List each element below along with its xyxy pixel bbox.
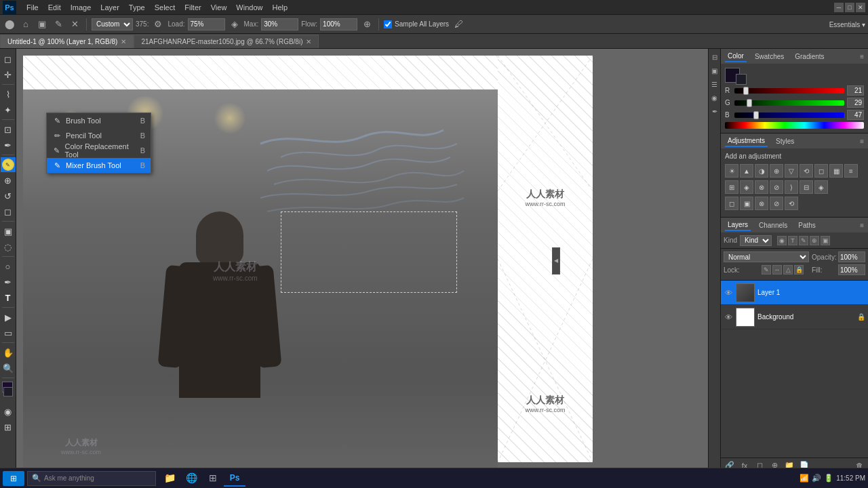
background-color[interactable] [3,387,13,396]
blend-mode-select[interactable]: Normal Multiply Screen Overlay [724,251,809,262]
taskbar-explorer[interactable]: 📁 [159,470,180,487]
taskbar-browser[interactable]: 🌐 [180,470,202,487]
spectrum-bar[interactable] [725,122,864,129]
tab-paths[interactable]: Paths [795,220,818,230]
adj-brightness[interactable]: ☀ [725,164,738,178]
tool-gradient[interactable]: ▣ [1,224,16,239]
menu-edit[interactable]: Edit [43,2,66,13]
brush-toggle1[interactable]: ▣ [35,18,49,31]
edge-adjustments[interactable]: ▣ [709,65,720,76]
tab-adjustments[interactable]: Adjustments [725,136,768,147]
adj-channel-mixer[interactable]: ⊞ [725,180,738,194]
sample-icon[interactable]: 🖊 [452,18,465,31]
filter-icon5[interactable]: ▣ [821,236,830,245]
background-visibility[interactable]: 👁 [724,312,733,322]
g-slider[interactable] [734,100,844,106]
tab-color[interactable]: Color [725,51,747,62]
adj-curves[interactable]: ◑ [755,164,768,178]
tool-screen-mode[interactable]: ⊞ [1,420,16,434]
lock-transparent[interactable]: ✎ [762,265,771,274]
tool-eyedropper[interactable]: ✒ [1,138,16,152]
tool-blur[interactable]: ◌ [1,239,16,254]
tab-untitled[interactable]: Untitled-1 @ 100% (Layer 1, RGB/8) ✕ [0,35,134,48]
adj-levels[interactable]: ▲ [740,164,753,178]
color-swatches[interactable] [1,382,16,402]
adj-extra2[interactable]: ▣ [740,197,753,210]
close-button[interactable]: ✕ [856,3,865,12]
tab-channels[interactable]: Channels [756,220,790,230]
r-slider[interactable] [734,88,844,94]
menu-select[interactable]: Select [150,2,180,13]
filter-icon2[interactable]: T [788,236,797,245]
ctx-mixer-brush[interactable]: ✎ Mixer Brush Tool B [47,158,151,173]
background-swatch[interactable] [736,74,747,85]
tool-pen[interactable]: ✒ [1,274,16,289]
adj-extra4[interactable]: ⊘ [770,197,783,210]
tool-hand[interactable]: ✋ [1,345,16,360]
color-panel-menu[interactable]: ≡ [860,53,864,60]
brush-options-icon[interactable]: ⬤ [3,18,16,31]
b-slider[interactable] [734,113,844,118]
lock-all[interactable]: 🔒 [794,265,804,274]
menu-window[interactable]: Window [231,2,267,13]
adj-extra5[interactable]: ⟲ [785,197,798,210]
layers-panel-menu[interactable]: ≡ [860,222,864,229]
collapse-right-panel[interactable]: ◀ [552,247,560,274]
filter-icon4[interactable]: ⊕ [810,236,819,245]
airbrush-icon[interactable]: ◈ [228,18,241,31]
menu-layer[interactable]: Layer [96,2,124,13]
tab-afghan[interactable]: 21AFGHANRAPE-master1050.jpg @ 66.7% (RGB… [134,35,319,48]
tab-afghan-close[interactable]: ✕ [306,38,311,45]
tool-quick-mask[interactable]: ◉ [1,404,16,419]
tool-stamp[interactable]: ⊕ [1,173,16,188]
volume-icon[interactable]: 🔊 [812,474,821,483]
layer-1-visibility[interactable]: 👁 [724,288,733,298]
tool-text[interactable]: T [1,290,16,305]
adj-hsl[interactable]: ⟲ [800,164,813,178]
adj-panel-menu[interactable]: ≡ [860,138,864,145]
adj-extra1[interactable]: ◻ [725,197,738,210]
network-icon[interactable]: 📶 [800,474,809,483]
g-value[interactable]: 29 [847,98,864,108]
adj-posterize[interactable]: ⊘ [770,180,783,194]
tool-crop[interactable]: ⊡ [1,122,16,137]
filter-kind-select[interactable]: Kind [740,235,772,246]
lock-position[interactable]: △ [783,265,793,274]
tool-move[interactable]: ✛ [1,67,16,82]
tool-history-brush[interactable]: ↺ [1,188,16,203]
ctx-pencil-tool[interactable]: ✏ Pencil Tool B [47,128,151,143]
menu-file[interactable]: File [22,2,43,13]
layer-1-item[interactable]: 👁 Layer 1 [721,281,868,305]
menu-help[interactable]: Help [267,2,292,13]
adj-photo-filter[interactable]: ≡ [844,164,858,178]
flow-input[interactable] [320,18,357,30]
adj-threshold[interactable]: ⟩ [785,180,798,194]
edge-history[interactable]: ⊟ [709,52,720,62]
adj-color-lookup[interactable]: ◈ [740,180,753,194]
tab-swatches[interactable]: Swatches [752,52,787,62]
tool-dodge[interactable]: ○ [1,259,16,274]
battery-icon[interactable]: 🔋 [824,474,833,483]
lock-image[interactable]: ↔ [772,265,782,274]
max-input[interactable] [261,18,298,30]
adj-extra3[interactable]: ⊗ [755,197,768,210]
adj-color-balance[interactable]: ◻ [814,164,828,178]
fill-input[interactable] [838,264,865,275]
tool-brush[interactable]: ✎ [1,157,16,172]
edge-paths[interactable]: ✒ [709,106,720,117]
menu-image[interactable]: Image [66,2,96,13]
clock[interactable]: 11:52 PM [836,474,865,482]
ctx-color-replacement[interactable]: ✎ Color Replacement Tool B [47,143,151,158]
tool-eraser[interactable]: ◻ [1,204,16,219]
adj-exposure[interactable]: ⊕ [770,164,783,178]
opacity-input[interactable] [838,251,865,262]
edge-properties[interactable]: ☰ [709,79,720,89]
adj-selective-color[interactable]: ◈ [814,180,828,194]
brush-size-icon[interactable]: ⚙ [151,18,165,31]
tool-path-selection[interactable]: ▶ [1,310,16,325]
ctx-brush-tool[interactable]: ✎ Brush Tool B [47,113,151,128]
taskbar-photoshop[interactable]: Ps [224,470,245,487]
adj-vibrance[interactable]: ▽ [785,164,798,178]
brush-toggle2[interactable]: ✎ [52,18,65,31]
menu-filter[interactable]: Filter [180,2,205,13]
